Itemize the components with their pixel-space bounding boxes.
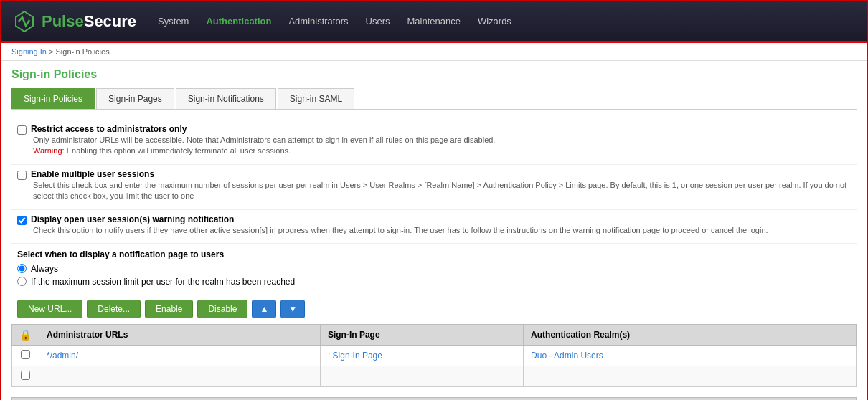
new-url-button[interactable]: New URL... [17,300,82,318]
admin-signin-page-link[interactable]: : Sign-In Page [328,351,382,361]
tabs: Sign-in Policies Sign-in Pages Sign-in N… [11,88,857,110]
admin-empty-url [39,366,321,386]
main-nav: System Authentication Administrators Use… [158,13,511,29]
user-table-auth-header: Authentication Realm(s) [468,397,857,400]
page-container: Sign-in Policies Sign-in Policies Sign-i… [1,61,867,400]
admin-auth-realm-link[interactable]: Duo - Admin Users [531,351,603,361]
admin-row-signin-page: : Sign-In Page [320,345,523,366]
nav-item-authentication[interactable]: Authentication [206,13,271,29]
restrict-access-warning-text: Enabling this option will immediately te… [67,146,291,155]
admin-empty-auth [524,366,857,386]
enable-multiple-sessions-label[interactable]: Enable multiple user sessions [17,169,851,180]
delete-button[interactable]: Delete... [87,300,141,318]
radio-always-input[interactable] [17,264,27,273]
admin-row-checkbox-cell [12,345,39,366]
display-warning-checkbox[interactable] [17,216,27,225]
tab-signin-saml[interactable]: Sign-in SAML [278,88,354,109]
admin-table-empty-row [12,366,857,386]
enable-multiple-sessions-row: Enable multiple user sessions Select thi… [11,165,857,210]
breadcrumb-link[interactable]: Signing In [11,47,47,56]
admin-empty-checkbox-cell [12,366,39,386]
radio-always-label: Always [31,264,58,274]
admin-table-signin-header: Sign-In Page [320,324,523,345]
button-bar: New URL... Delete... Enable Disable ▲ ▼ [11,294,857,324]
logo-text: PulseSecure [42,12,136,31]
pulse-logo-icon [13,10,36,33]
breadcrumb: Signing In > Sign-in Policies [1,43,867,61]
breadcrumb-current: Sign-in Policies [55,47,109,56]
enable-multiple-sessions-desc: Select this check box and enter the maxi… [33,180,851,205]
nav-item-wizards[interactable]: Wizards [478,13,511,29]
page-title: Sign-in Policies [11,68,857,81]
restrict-access-row: Restrict access to administrators only O… [11,120,857,165]
admin-row-url: */admin/ [39,345,321,366]
enable-button[interactable]: Enable [145,300,193,318]
notification-title: Select when to display a notification pa… [17,249,851,259]
nav-item-users[interactable]: Users [366,13,390,29]
logo: PulseSecure [13,10,136,33]
move-up-button[interactable]: ▲ [252,300,276,318]
radio-max-session-input[interactable] [17,277,27,286]
display-warning-desc: Check this option to notify users if the… [33,225,851,239]
move-down-button[interactable]: ▼ [280,300,305,318]
restrict-access-checkbox[interactable] [17,125,27,135]
admin-table-check-header: 🔒 [12,324,39,345]
admin-row-checkbox[interactable] [21,350,30,359]
restrict-access-desc: Only administrator URLs will be accessib… [33,135,851,160]
radio-max-session-label: If the maximum session limit per user fo… [31,277,295,287]
radio-max-session: If the maximum session limit per user fo… [17,277,851,287]
admin-empty-checkbox[interactable] [21,371,30,380]
admin-urls-table: 🔒 Administrator URLs Sign-In Page Authen… [11,324,857,387]
tab-signin-policies[interactable]: Sign-in Policies [11,88,95,109]
admin-table-row: */admin/ : Sign-In Page Duo - Admin User… [12,345,857,366]
user-table-check-header: 👤 [12,397,39,400]
display-warning-row: Display open user session(s) warning not… [11,210,857,244]
display-warning-label[interactable]: Display open user session(s) warning not… [17,214,851,225]
user-urls-table: 👤 User URLs Sign-In Page Authentication … [11,397,857,400]
admin-table-auth-header: Authentication Realm(s) [524,324,857,345]
radio-always: Always [17,264,851,274]
nav-item-system[interactable]: System [158,13,189,29]
tab-signin-notifications[interactable]: Sign-in Notifications [176,88,276,109]
nav-item-maintenance[interactable]: Maintenance [407,13,460,29]
options-section: Restrict access to administrators only O… [11,120,857,400]
tab-signin-pages[interactable]: Sign-in Pages [96,88,174,109]
admin-table-urls-header: Administrator URLs [39,324,321,345]
admin-empty-signin [320,366,523,386]
admin-row-auth-realm: Duo - Admin Users [524,345,857,366]
user-table-urls-header: User URLs [39,397,240,400]
user-table-signin-header: Sign-In Page [240,397,468,400]
restrict-access-label[interactable]: Restrict access to administrators only [17,124,851,135]
notification-section: Select when to display a notification pa… [11,244,857,294]
nav-item-administrators[interactable]: Administrators [288,13,348,29]
admin-url-link[interactable]: */admin/ [47,351,78,361]
disable-button[interactable]: Disable [197,300,247,318]
header: PulseSecure System Authentication Admini… [1,1,867,43]
enable-multiple-sessions-checkbox[interactable] [17,171,27,180]
restrict-access-warning-label: Warning: [33,146,65,155]
